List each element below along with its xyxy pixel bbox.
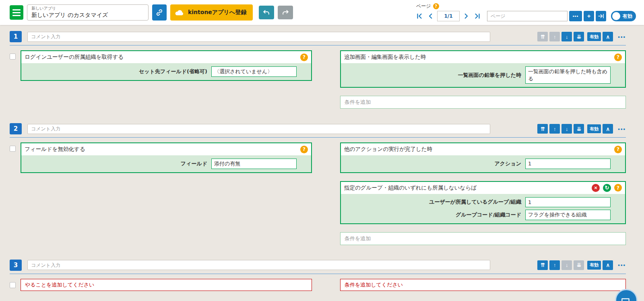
condition-card-header: 追加画面・編集画面を表示した時 ? — [341, 51, 625, 63]
enabled-badge[interactable]: 有効 — [587, 261, 601, 270]
goto-page-button[interactable] — [596, 11, 606, 21]
block-1-cards: ログインユーザーの所属組織を取得する ? セット先フィールド(省略可) 〈選択さ… — [10, 50, 626, 109]
redo-button[interactable] — [278, 6, 293, 19]
block-toolbar: ⇈ ↑ ↓ ⇊ 有効 ∧ ••• — [537, 260, 626, 270]
last-page-icon — [474, 12, 481, 20]
move-up-button: ↑ — [549, 32, 560, 41]
menu-button[interactable] — [10, 5, 23, 20]
page-help-icon[interactable]: ? — [433, 3, 439, 9]
enable-toggle[interactable]: 有効 — [611, 11, 636, 21]
field-value[interactable]: 1 — [525, 197, 611, 208]
move-down-button[interactable]: ↓ — [561, 32, 572, 41]
next-page-icon — [462, 12, 470, 20]
add-condition-placeholder[interactable]: 条件を追加してください — [340, 279, 626, 291]
page-more-button[interactable]: ••• — [569, 11, 582, 21]
comment-input[interactable] — [27, 260, 490, 270]
move-top-button[interactable]: ⇈ — [537, 260, 548, 270]
move-bottom-button[interactable]: ⇊ — [574, 124, 584, 134]
condition-card-body: アクション 1 — [341, 155, 625, 172]
field-label: ユーザーが所属しているグループ/組織 — [429, 198, 521, 206]
field-value[interactable]: 〈選択されていません〉 — [211, 66, 297, 77]
next-page-button[interactable] — [461, 11, 471, 21]
field-row: グループコード/組織コード フラグを操作できる組織 — [345, 210, 611, 220]
app-name-field[interactable]: 新しいアプリ 新しいアプリ のカスタマイズ — [27, 4, 149, 21]
first-page-button[interactable] — [415, 11, 424, 21]
action-title: ログインユーザーの所属組織を取得する — [25, 54, 297, 61]
help-icon[interactable]: ? — [300, 54, 308, 61]
field-value[interactable]: 添付の有無 — [211, 159, 297, 169]
action-block-1: 1 ⇈ ↑ ↓ ⇊ 有効 ∧ ••• ログインユーザーの所属組織を取得する ? — [10, 31, 626, 109]
condition-card-body: ユーザーが所属しているグループ/組織 1 グループコード/組織コード フラグを操… — [341, 194, 625, 223]
action-card-body: フィールド 添付の有無 — [21, 155, 311, 172]
page-select-input[interactable] — [487, 11, 568, 21]
select-checkbox[interactable] — [10, 282, 16, 288]
jump-arrow-icon — [598, 13, 604, 19]
move-down-button: ↓ — [561, 260, 572, 270]
add-condition-button[interactable]: 条件を追加 — [340, 96, 626, 109]
move-top-button[interactable]: ⇈ — [537, 124, 548, 134]
top-toolbar: 新しいアプリ 新しいアプリ のカスタマイズ kintoneアプリへ登録 ページ … — [0, 0, 644, 25]
enabled-badge[interactable]: 有効 — [587, 124, 601, 133]
condition-card[interactable]: 追加画面・編集画面を表示した時 ? 一覧画面の鉛筆を押した時 一覧画面の鉛筆を押… — [340, 50, 626, 88]
action-card-header: ログインユーザーの所属組織を取得する ? — [21, 51, 311, 63]
move-up-button[interactable]: ↑ — [549, 260, 560, 270]
condition-title: 追加画面・編集画面を表示した時 — [344, 54, 611, 61]
action-block-3: 3 ⇈ ↑ ↓ ⇊ 有効 ∧ ••• やることを追加してください 条件を追加して… — [10, 260, 626, 291]
add-condition-button[interactable]: 条件を追加 — [340, 232, 626, 245]
help-icon[interactable]: ? — [614, 146, 622, 153]
action-block-2: 2 ⇈ ↑ ↓ ⇊ 有効 ∧ ••• フィールドを無効化する ? — [10, 123, 626, 245]
action-card[interactable]: ログインユーザーの所属組織を取得する ? セット先フィールド(省略可) 〈選択さ… — [21, 50, 312, 81]
add-action-placeholder[interactable]: やることを追加してください — [21, 279, 312, 291]
block-2-header: 2 ⇈ ↑ ↓ ⇊ 有効 ∧ ••• — [10, 123, 626, 138]
undo-icon — [262, 8, 270, 16]
last-page-button[interactable] — [473, 11, 482, 21]
delete-condition-icon[interactable]: × — [592, 184, 600, 192]
field-row: ユーザーが所属しているグループ/組織 1 — [345, 197, 611, 208]
block-menu-button[interactable]: ••• — [618, 126, 626, 132]
field-row: アクション 1 — [345, 159, 611, 169]
field-label: グループコード/組織コード — [456, 211, 521, 219]
page-indicator: 1/1 — [437, 11, 460, 21]
action-card[interactable]: フィールドを無効化する ? フィールド 添付の有無 — [21, 142, 312, 173]
app-name-value: 新しいアプリ のカスタマイズ — [31, 11, 144, 19]
field-value[interactable]: 一覧画面の鉛筆を押した時も含める — [525, 66, 611, 84]
prev-page-button[interactable] — [426, 11, 436, 21]
page-label-row: ページ ? — [415, 3, 636, 10]
collapse-button[interactable]: ∧ — [603, 124, 613, 134]
page-controls: ページ ? 1/1 ••• + 有効 — [415, 3, 636, 21]
help-icon[interactable]: ? — [614, 54, 622, 61]
block-toolbar: ⇈ ↑ ↓ ⇊ 有効 ∧ ••• — [537, 124, 626, 134]
first-page-icon — [416, 12, 423, 20]
convert-condition-icon[interactable]: ↻ — [603, 184, 611, 192]
move-up-button[interactable]: ↑ — [549, 124, 560, 134]
block-number-badge: 2 — [10, 123, 22, 134]
collapse-button[interactable]: ∧ — [603, 260, 613, 270]
block-menu-button[interactable]: ••• — [618, 34, 626, 40]
condition-card[interactable]: 指定のグループ・組織のいずれにも所属しないならば × ↻ ? ユーザーが所属して… — [340, 181, 626, 224]
collapse-button[interactable]: ∧ — [603, 32, 613, 41]
move-down-button[interactable]: ↓ — [561, 124, 572, 134]
field-value[interactable]: フラグを操作できる組織 — [525, 210, 611, 220]
move-bottom-button[interactable]: ⇊ — [574, 32, 584, 41]
select-checkbox[interactable] — [10, 146, 16, 152]
undo-button[interactable] — [259, 6, 274, 19]
block-menu-button[interactable]: ••• — [618, 262, 626, 268]
enabled-badge[interactable]: 有効 — [587, 32, 601, 41]
block-2-cards: フィールドを無効化する ? フィールド 添付の有無 他のアクションの実行が完了し… — [10, 142, 626, 245]
condition-column: 他のアクションの実行が完了した時 ? アクション 1 指定のグループ・組織のいず… — [340, 142, 626, 245]
field-value[interactable]: 1 — [525, 159, 611, 169]
comment-input[interactable] — [27, 124, 490, 134]
help-icon[interactable]: ? — [614, 184, 622, 192]
block-number-badge: 3 — [10, 260, 22, 271]
comment-input[interactable] — [27, 32, 490, 42]
link-icon — [155, 8, 163, 16]
register-button[interactable]: kintoneアプリへ登録 — [170, 4, 253, 21]
condition-title: 指定のグループ・組織のいずれにも所属しないならば — [344, 184, 588, 192]
condition-card[interactable]: 他のアクションの実行が完了した時 ? アクション 1 — [340, 142, 626, 173]
select-checkbox[interactable] — [10, 54, 16, 60]
field-label: アクション — [494, 160, 521, 167]
help-icon[interactable]: ? — [300, 146, 308, 153]
field-row: 一覧画面の鉛筆を押した時 一覧画面の鉛筆を押した時も含める — [345, 66, 611, 84]
add-page-button[interactable]: + — [584, 11, 594, 21]
link-button[interactable] — [152, 4, 167, 21]
